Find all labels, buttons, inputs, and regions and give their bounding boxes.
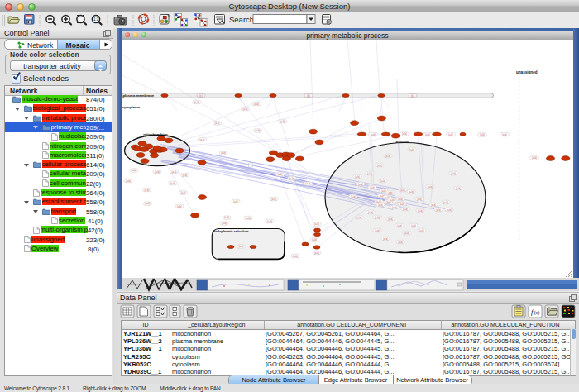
svg-text:(c): (c): [411, 93, 414, 97]
svg-text:mitochondrion: mitochondrion: [143, 132, 168, 136]
svg-text:Search:: Search:: [229, 15, 256, 24]
svg-text:(a-b): (a-b): [532, 156, 537, 160]
svg-text:(a-b): (a-b): [402, 132, 407, 136]
svg-text:(a-b): (a-b): [172, 170, 177, 173]
svg-text:(a-b): (a-b): [356, 215, 361, 218]
svg-text:(a-b): (a-b): [293, 254, 298, 257]
svg-text:(a-b): (a-b): [428, 184, 433, 188]
svg-text:cytoplasm: cytoplasm: [122, 105, 141, 109]
svg-text:(a-b): (a-b): [132, 169, 136, 172]
svg-text:(a-b): (a-b): [431, 203, 436, 206]
svg-text:(a-b): (a-b): [145, 188, 150, 191]
svg-text:(a-b): (a-b): [368, 210, 373, 213]
svg-text:(a-b): (a-b): [200, 137, 205, 141]
svg-text:(a-b): (a-b): [370, 185, 375, 189]
svg-text:plasma membrane: plasma membrane: [123, 93, 155, 98]
svg-text:(a-b): (a-b): [224, 216, 229, 219]
svg-text:(a-b): (a-b): [411, 223, 416, 227]
svg-text:(a-b): (a-b): [419, 228, 424, 232]
svg-text:(a-b): (a-b): [400, 188, 405, 191]
svg-text:(a-b): (a-b): [377, 163, 382, 166]
svg-text:(a-b): (a-b): [378, 203, 383, 206]
svg-text:(a-b): (a-b): [271, 197, 276, 200]
svg-text:(a-b): (a-b): [358, 182, 363, 185]
svg-text:(a-b): (a-b): [383, 237, 388, 240]
svg-text:(a-b): (a-b): [397, 223, 402, 227]
svg-text:(a-b): (a-b): [371, 132, 376, 136]
svg-text:(a-b): (a-b): [480, 133, 485, 136]
svg-text:(a-b): (a-b): [403, 207, 408, 210]
svg-text:(a-b): (a-b): [126, 179, 131, 182]
svg-text:(a-b): (a-b): [436, 208, 441, 211]
svg-text:(a-b): (a-b): [239, 245, 244, 248]
svg-text:(a-b): (a-b): [375, 215, 380, 218]
svg-text:(a-b): (a-b): [409, 189, 414, 193]
svg-text:(a-b): (a-b): [278, 173, 283, 176]
svg-text:(a-b): (a-b): [451, 171, 456, 174]
svg-text:(a-b): (a-b): [146, 202, 151, 205]
svg-text:(a-b): (a-b): [355, 174, 360, 178]
svg-text:(x): (x): [534, 310, 540, 315]
svg-text:(a-b): (a-b): [290, 176, 294, 179]
svg-text:(a-b): (a-b): [375, 228, 380, 232]
svg-text:(c): (c): [199, 93, 203, 97]
svg-text:(a-b): (a-b): [400, 202, 404, 205]
svg-text:(a-b): (a-b): [267, 219, 272, 222]
svg-text:(a-b): (a-b): [443, 200, 448, 203]
svg-text:(a-b): (a-b): [367, 171, 372, 174]
svg-text:(a-b): (a-b): [233, 199, 238, 203]
svg-text:(a-b): (a-b): [155, 170, 160, 173]
svg-text:(a-b): (a-b): [221, 151, 226, 155]
svg-text:(a-b): (a-b): [502, 132, 507, 136]
svg-text:(c): (c): [307, 93, 310, 97]
svg-text:endoplasmic reticulum: endoplasmic reticulum: [213, 229, 249, 233]
svg-text:(a-b): (a-b): [385, 154, 390, 157]
svg-text:(a-b): (a-b): [380, 179, 385, 182]
svg-text:(a-b): (a-b): [306, 182, 311, 185]
svg-text:(a-b): (a-b): [314, 222, 319, 226]
svg-text:(a-b): (a-b): [177, 204, 182, 208]
svg-text:(a-b): (a-b): [404, 231, 409, 234]
svg-text:(a-b): (a-b): [409, 147, 414, 151]
svg-text:(a-b): (a-b): [417, 197, 422, 200]
svg-text:(a-b): (a-b): [215, 122, 220, 125]
svg-text:(a-b): (a-b): [194, 100, 199, 103]
svg-text:(a-b): (a-b): [376, 199, 381, 203]
svg-text:(a-b): (a-b): [425, 132, 430, 136]
svg-text:(a-b): (a-b): [280, 119, 285, 122]
svg-text:(a-b): (a-b): [448, 132, 453, 136]
svg-text:(a-b): (a-b): [447, 208, 452, 211]
svg-text:(a-b): (a-b): [388, 190, 393, 194]
svg-text:(a-b): (a-b): [456, 186, 461, 189]
svg-text:(a-b): (a-b): [312, 238, 317, 241]
svg-text:(a-b): (a-b): [170, 181, 175, 184]
svg-text:(a-b): (a-b): [222, 222, 227, 225]
svg-text:(a-b): (a-b): [243, 107, 248, 110]
svg-text:(a-b): (a-b): [181, 191, 186, 194]
svg-text:1:1: 1:1: [93, 17, 99, 22]
svg-text:(a-b): (a-b): [392, 205, 397, 208]
svg-text:(a-b): (a-b): [398, 240, 403, 243]
svg-text:(a-b): (a-b): [246, 216, 251, 219]
svg-text:(a-b): (a-b): [388, 217, 393, 220]
svg-text:(a-b): (a-b): [351, 194, 356, 198]
svg-text:(a-b): (a-b): [183, 173, 188, 176]
svg-text:(a-b): (a-b): [418, 208, 423, 212]
svg-text:(a-b): (a-b): [314, 251, 319, 254]
svg-text:unassigned: unassigned: [516, 70, 538, 74]
svg-text:(a-b): (a-b): [381, 189, 386, 192]
svg-text:(a-b): (a-b): [256, 129, 261, 132]
svg-text:(a-b): (a-b): [254, 102, 259, 105]
